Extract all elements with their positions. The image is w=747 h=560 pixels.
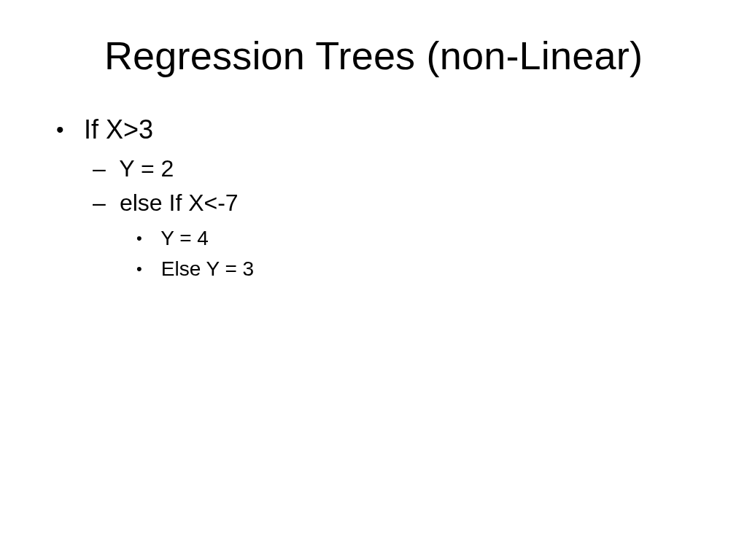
list-item-text: else If X<-7	[120, 190, 239, 216]
list-item: If X>3 Y = 2 else If X<-7 Y = 4 Else Y =…	[77, 114, 696, 281]
list-item: Y = 2	[113, 155, 696, 182]
bullet-list-level3: Y = 4 Else Y = 3	[113, 227, 696, 281]
list-item-text: Y = 2	[119, 155, 174, 182]
list-item-text: Else Y = 3	[161, 257, 254, 280]
list-item: Else Y = 3	[155, 257, 696, 281]
list-item-text: If X>3	[84, 114, 153, 144]
slide: Regression Trees (non-Linear) If X>3 Y =…	[0, 0, 747, 560]
bullet-list-level2: Y = 2 else If X<-7 Y = 4 Else Y = 3	[77, 155, 696, 281]
bullet-list-level1: If X>3 Y = 2 else If X<-7 Y = 4 Else Y =…	[51, 114, 696, 281]
list-item-text: Y = 4	[160, 227, 209, 249]
list-item: else If X<-7 Y = 4 Else Y = 3	[113, 190, 696, 281]
slide-title: Regression Trees (non-Linear)	[51, 33, 696, 78]
list-item: Y = 4	[155, 227, 696, 250]
